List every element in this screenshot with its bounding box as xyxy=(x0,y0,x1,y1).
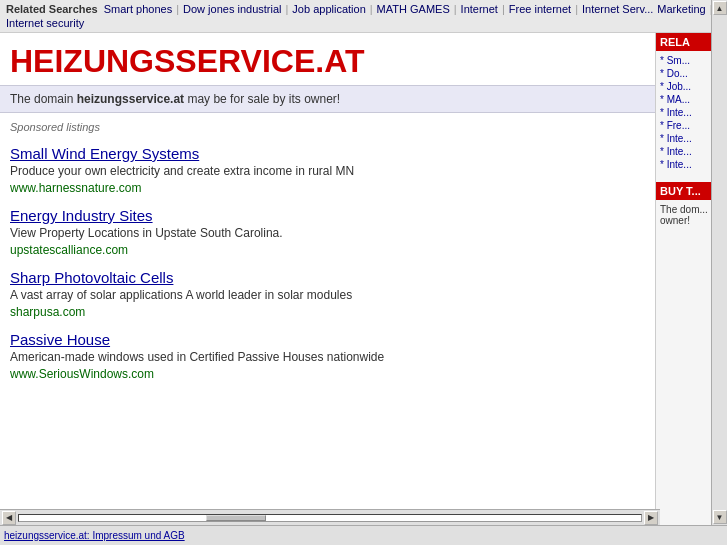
left-content: HEIZUNGSSERVICE.AT The domain heizungsse… xyxy=(0,33,655,530)
listing-0-title[interactable]: Small Wind Energy Systems xyxy=(10,145,645,162)
listing-3: Passive House American-made windows used… xyxy=(0,323,655,385)
scroll-down-btn[interactable]: ▼ xyxy=(713,510,727,524)
listing-3-title[interactable]: Passive House xyxy=(10,331,645,348)
domain-notice-text-after: may be for sale by its owner! xyxy=(187,92,340,106)
scroll-up-btn[interactable]: ▲ xyxy=(713,1,727,15)
sep-1: | xyxy=(286,3,289,15)
listing-2-title[interactable]: Sharp Photovoltaic Cells xyxy=(10,269,645,286)
listing-1-desc: View Property Locations in Upstate South… xyxy=(10,226,645,240)
listing-0-url[interactable]: www.harnessnature.com xyxy=(10,181,141,195)
listing-2: Sharp Photovoltaic Cells A vast array of… xyxy=(0,261,655,323)
listing-3-desc: American-made windows used in Certified … xyxy=(10,350,645,364)
scroll-left-btn[interactable]: ◀ xyxy=(2,511,16,525)
topbar-link-7[interactable]: Marketing xyxy=(657,3,705,15)
site-title: HEIZUNGSSERVICE.AT xyxy=(0,33,655,85)
scroll-right-btn[interactable]: ▶ xyxy=(644,511,658,525)
sep-0: | xyxy=(176,3,179,15)
topbar-link-3[interactable]: MATH GAMES xyxy=(377,3,450,15)
topbar-link-0[interactable]: Smart phones xyxy=(104,3,172,15)
domain-bold: heizungsservice.at xyxy=(77,92,184,106)
listing-2-desc: A vast array of solar applications A wor… xyxy=(10,288,645,302)
domain-notice: The domain heizungsservice.at may be for… xyxy=(0,85,655,113)
sponsored-label: Sponsored listings xyxy=(0,113,655,137)
sep-2: | xyxy=(370,3,373,15)
topbar-link-6[interactable]: Internet Serv... xyxy=(582,3,653,15)
main-container: HEIZUNGSSERVICE.AT The domain heizungsse… xyxy=(0,33,727,530)
bottom-scrollbar: ◀ ▶ xyxy=(0,509,660,525)
listing-3-url[interactable]: www.SeriousWindows.com xyxy=(10,367,154,381)
topbar-link-4[interactable]: Internet xyxy=(461,3,498,15)
topbar-link-5[interactable]: Free internet xyxy=(509,3,571,15)
listing-1-title[interactable]: Energy Industry Sites xyxy=(10,207,645,224)
listing-1: Energy Industry Sites View Property Loca… xyxy=(0,199,655,261)
status-link[interactable]: heizungsservice.at: Impressum und AGB xyxy=(4,530,185,541)
listing-0: Small Wind Energy Systems Produce your o… xyxy=(0,137,655,199)
scrollbar-thumb[interactable] xyxy=(206,515,266,521)
related-searches-label: Related Searches xyxy=(6,3,98,15)
sep-3: | xyxy=(454,3,457,15)
sep-5: | xyxy=(575,3,578,15)
scrollbar-track[interactable] xyxy=(18,514,642,522)
topbar-link-1[interactable]: Dow jones industrial xyxy=(183,3,281,15)
right-scrollbar: ▲ ▼ xyxy=(711,0,727,525)
listing-2-url[interactable]: sharpusa.com xyxy=(10,305,85,319)
topbar-link-8[interactable]: Internet security xyxy=(6,17,84,29)
sep-4: | xyxy=(502,3,505,15)
listing-1-url[interactable]: upstatescalliance.com xyxy=(10,243,128,257)
domain-notice-text-before: The domain xyxy=(10,92,77,106)
status-bar: heizungsservice.at: Impressum und AGB xyxy=(0,525,727,545)
listing-0-desc: Produce your own electricity and create … xyxy=(10,164,645,178)
top-bar: Related Searches Smart phones | Dow jone… xyxy=(0,0,727,33)
topbar-link-2[interactable]: Job application xyxy=(292,3,365,15)
